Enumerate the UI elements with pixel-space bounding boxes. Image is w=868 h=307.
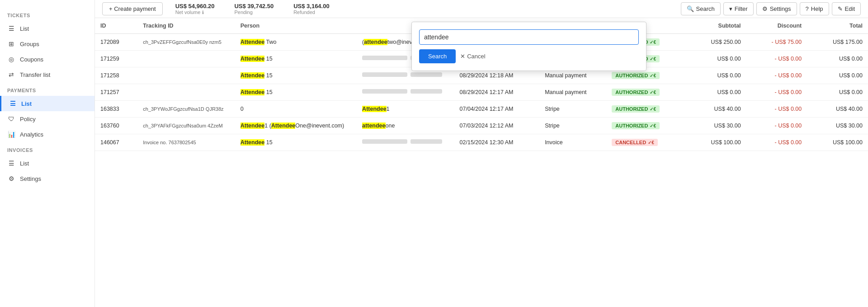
list-icon: ☰: [9, 100, 17, 107]
table-row[interactable]: 171257 Attendee 15 08/29/2024 12:17 AM M…: [95, 84, 868, 101]
topbar-actions: 🔍 Search ▾ Filter ⚙ Settings ? Help ✎ Ed…: [679, 2, 861, 15]
search-input[interactable]: [419, 29, 639, 45]
cell-date: 07/03/2024 12:12 AM: [454, 118, 540, 134]
sidebar: TICKETS ☰ List ⊞ Groups ◎ Coupons ⇄ Tran…: [0, 0, 95, 307]
pending-amount: US$ 39,742.50: [234, 3, 274, 9]
sidebar-item-analytics[interactable]: 📊 Analytics: [0, 127, 94, 142]
search-submit-button[interactable]: Search: [419, 49, 456, 63]
sidebar-item-list-payments[interactable]: ☰ List: [0, 96, 94, 111]
edit-label: Edit: [845, 5, 855, 12]
cell-person: 0: [235, 101, 357, 118]
coupons-icon: ◎: [7, 56, 15, 63]
settings-icon: ⚙: [7, 175, 15, 182]
cell-date: 08/29/2024 12:17 AM: [454, 84, 540, 101]
sidebar-item-list-invoices[interactable]: ☰ List: [0, 156, 94, 171]
sidebar-item-transfer-list[interactable]: ⇄ Transfer list: [0, 67, 94, 82]
cell-method: Invoice: [539, 134, 606, 151]
cell-id: 146067: [95, 134, 137, 151]
col-header-id: ID: [95, 18, 137, 34]
cell-discount: - US$ 0.00: [746, 84, 807, 101]
sidebar-item-label: Policy: [20, 116, 36, 123]
net-volume-amount: US$ 54,960.20: [175, 3, 215, 9]
cell-tracking: ch_3PYAFkFGgzcufNsa0um 4ZzeM: [137, 118, 235, 134]
search-button[interactable]: 🔍 Search: [681, 2, 721, 15]
cell-subtotal: US$ 0.00: [685, 84, 746, 101]
cell-status: AUTHORIZED ✓€: [606, 118, 685, 134]
cell-tracking: Invoice no. 7637802545: [137, 134, 235, 151]
sidebar-item-label: Settings: [20, 175, 41, 182]
cell-total: US$ 100.00: [807, 134, 868, 151]
cell-id: 163760: [95, 118, 137, 134]
sidebar-item-label: List: [21, 100, 32, 107]
sidebar-item-label: Transfer list: [20, 71, 50, 78]
status-badge: AUTHORIZED ✓€: [612, 89, 660, 96]
search-dialog-actions: Search ✕ Cancel: [419, 49, 639, 63]
search-overlay: Search ✕ Cancel: [190, 18, 868, 71]
edit-button[interactable]: ✎ Edit: [832, 2, 861, 15]
status-badge: AUTHORIZED ✓€: [612, 105, 660, 113]
sidebar-item-label: Groups: [20, 41, 39, 47]
policy-icon: 🛡: [7, 115, 15, 123]
cancel-label: Cancel: [467, 53, 485, 60]
cell-discount: - US$ 0.00: [746, 134, 807, 151]
cell-discount: - US$ 0.00: [746, 101, 807, 118]
table-row[interactable]: 163833 ch_3PYWoJFGgzcufNsa1D QJR38z 0 At…: [95, 101, 868, 118]
topbar: + Create payment US$ 54,960.20 Net volum…: [95, 0, 868, 18]
cell-method: Manual payment: [539, 84, 606, 101]
cell-id: 171257: [95, 84, 137, 101]
cell-date: 02/15/2024 12:30 AM: [454, 134, 540, 151]
cell-subtotal: US$ 40.00: [685, 101, 746, 118]
cancel-search-button[interactable]: ✕ Cancel: [460, 53, 485, 60]
cell-date: 07/04/2024 12:17 AM: [454, 101, 540, 118]
settings-label: Settings: [770, 5, 791, 12]
groups-icon: ⊞: [7, 40, 15, 47]
sidebar-item-policy[interactable]: 🛡 Policy: [0, 111, 94, 127]
help-button[interactable]: ? Help: [800, 2, 829, 15]
net-volume-stat: US$ 54,960.20 Net volume ℹ: [168, 3, 222, 15]
table-row[interactable]: 163760 ch_3PYAFkFGgzcufNsa0um 4ZzeM Atte…: [95, 118, 868, 134]
help-icon: ?: [806, 5, 809, 12]
cell-method: Stripe: [539, 101, 606, 118]
search-label: Search: [696, 5, 715, 12]
cell-subtotal: US$ 30.00: [685, 118, 746, 134]
settings-icon: ⚙: [762, 5, 768, 12]
refunded-label: Refunded: [293, 9, 330, 15]
cell-method: Stripe: [539, 118, 606, 134]
sidebar-item-coupons[interactable]: ◎ Coupons: [0, 52, 94, 67]
edit-icon: ✎: [838, 5, 843, 12]
cell-total: US$ 30.00: [807, 118, 868, 134]
cell-person: Attendee 15: [235, 84, 357, 101]
search-icon: 🔍: [687, 5, 694, 12]
main-content: + Create payment US$ 54,960.20 Net volum…: [95, 0, 868, 307]
sidebar-item-label: List: [20, 25, 29, 32]
payments-section-label: PAYMENTS: [0, 82, 94, 96]
cell-email: [357, 84, 454, 101]
status-badge: AUTHORIZED ✓€: [612, 72, 660, 79]
cell-total: US$ 40.00: [807, 101, 868, 118]
cell-status: AUTHORIZED ✓€: [606, 84, 685, 101]
sidebar-item-settings-invoices[interactable]: ⚙ Settings: [0, 171, 94, 186]
cell-tracking: ch_3PYWoJFGgzcufNsa1D QJR38z: [137, 101, 235, 118]
search-dialog: Search ✕ Cancel: [411, 22, 646, 71]
sidebar-item-label: Coupons: [20, 56, 43, 63]
cell-total: US$ 0.00: [807, 84, 868, 101]
cell-discount: - US$ 0.00: [746, 118, 807, 134]
status-badge: AUTHORIZED ✓€: [612, 122, 660, 129]
create-payment-button[interactable]: + Create payment: [102, 2, 163, 15]
cell-tracking: [137, 84, 235, 101]
cell-status: AUTHORIZED ✓€: [606, 101, 685, 118]
sidebar-item-groups[interactable]: ⊞ Groups: [0, 36, 94, 52]
filter-button[interactable]: ▾ Filter: [723, 2, 754, 15]
cell-subtotal: US$ 100.00: [685, 134, 746, 151]
invoices-section-label: INVOICES: [0, 142, 94, 156]
sidebar-item-list-tickets[interactable]: ☰ List: [0, 21, 94, 36]
filter-label: Filter: [735, 5, 748, 12]
sidebar-item-label: List: [20, 160, 29, 167]
cell-email: attendeeone: [357, 118, 454, 134]
cancel-x-icon: ✕: [460, 53, 465, 60]
settings-button[interactable]: ⚙ Settings: [756, 2, 797, 15]
transfer-icon: ⇄: [7, 71, 15, 78]
sidebar-item-label: Analytics: [20, 131, 43, 138]
tickets-section-label: TICKETS: [0, 7, 94, 21]
table-row[interactable]: 146067 Invoice no. 7637802545 Attendee 1…: [95, 134, 868, 151]
